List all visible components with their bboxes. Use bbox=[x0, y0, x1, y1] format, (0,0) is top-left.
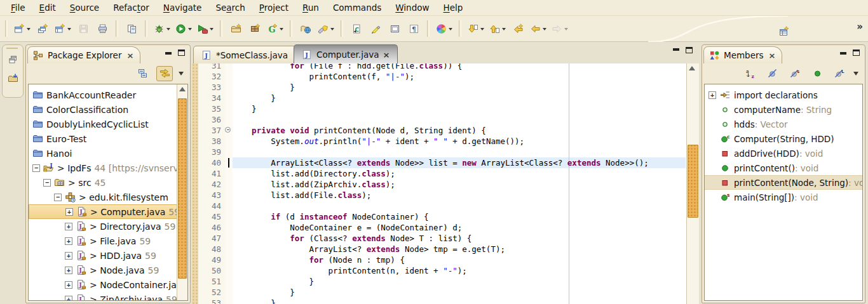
minimize-icon[interactable] bbox=[840, 52, 846, 55]
tree-item-file-java[interactable]: +J> File.java59 bbox=[29, 234, 177, 248]
dropdown-chevron-icon[interactable] bbox=[502, 28, 506, 32]
dropdown-chevron-icon[interactable] bbox=[330, 28, 334, 32]
quickdiff-ruler[interactable] bbox=[192, 63, 198, 304]
toolbar-button-back[interactable] bbox=[528, 20, 548, 37]
close-tab-icon[interactable]: × bbox=[383, 50, 390, 60]
tree-item-nodecontainer-java[interactable]: +J> NodeContainer.java59 bbox=[29, 277, 177, 292]
editor-tab-computer-java[interactable]: JComputer.java× bbox=[294, 44, 398, 64]
tree-item-computer-java[interactable]: +J> Computer.java59 bbox=[29, 204, 177, 219]
tree-item-edu-kit-filesystem[interactable]: −> edu.kit.filesystem bbox=[29, 190, 177, 204]
toolbar-button-new-folder-wizard[interactable] bbox=[227, 20, 245, 37]
toolbar-button-run-external[interactable] bbox=[195, 20, 215, 37]
code-line-44[interactable]: 44 bbox=[192, 201, 687, 211]
scroll-up-icon[interactable] bbox=[179, 87, 186, 91]
code-line-48[interactable]: 48 ArrayList<? extends Node> tmp = e.get… bbox=[192, 244, 687, 254]
tree-item-euro-test[interactable]: Euro-Test bbox=[29, 131, 177, 146]
dropdown-chevron-icon[interactable] bbox=[188, 28, 192, 32]
code-line-49[interactable]: 49 for (Node n : tmp) { bbox=[192, 254, 687, 265]
menu-navigate[interactable]: Navigate bbox=[156, 1, 209, 15]
toolbar-button-search[interactable] bbox=[316, 20, 336, 37]
dropdown-chevron-icon[interactable] bbox=[280, 28, 283, 32]
expand-toggle-icon[interactable]: + bbox=[65, 208, 73, 216]
code-line-32[interactable]: 32 printContent(f, "|-"); bbox=[192, 71, 687, 82]
fastbar-handle[interactable] bbox=[6, 48, 18, 49]
code-line-47[interactable]: 47 for (Class<? extends Node> T : list) … bbox=[192, 233, 687, 244]
view-toolbar-button-link-editor[interactable] bbox=[156, 66, 173, 81]
menu-window[interactable]: Window bbox=[388, 1, 436, 15]
code-line-38[interactable]: 38 System.out.println("|-" + ident + " "… bbox=[192, 136, 687, 147]
toolbar-button-color-palette[interactable] bbox=[434, 20, 454, 37]
fastview-button-restore-views[interactable] bbox=[6, 53, 19, 65]
editor-tab--someclass-java[interactable]: J*SomeClass.java bbox=[193, 46, 296, 64]
maximize-icon[interactable] bbox=[686, 47, 693, 53]
package-explorer-scrollbar[interactable] bbox=[177, 84, 187, 300]
toolbar-button-mark-occurrences[interactable] bbox=[367, 20, 384, 37]
toolbar-button-show-selected-element[interactable] bbox=[386, 20, 403, 37]
code-line-42[interactable]: 42 list.add(ZipArchiv.class); bbox=[192, 179, 687, 190]
expand-toggle-icon[interactable]: + bbox=[65, 237, 72, 245]
scrollbar-thumb[interactable] bbox=[688, 145, 698, 218]
code-line-34[interactable]: 34 } bbox=[192, 93, 687, 103]
code-line-43[interactable]: 43 list.add(File.class); bbox=[192, 190, 687, 201]
code-line-46[interactable]: 46 NodeContainer e = (NodeContainer) d; bbox=[192, 222, 687, 233]
fold-collapse-icon[interactable] bbox=[225, 127, 231, 133]
toolbar-button-debug[interactable] bbox=[152, 20, 172, 37]
minimize-icon[interactable] bbox=[165, 52, 172, 55]
tree-item-colorclassification[interactable]: ColorClassification bbox=[29, 102, 177, 117]
code-line-37[interactable]: 37 private void printContent(Node d, Str… bbox=[192, 125, 687, 136]
scroll-up-icon[interactable] bbox=[689, 66, 695, 70]
menu-search[interactable]: Search bbox=[208, 1, 252, 15]
close-view-icon[interactable]: × bbox=[768, 51, 776, 60]
menu-refactor[interactable]: Refactor bbox=[106, 1, 156, 15]
dropdown-chevron-icon[interactable] bbox=[27, 28, 31, 32]
code-line-36[interactable]: 36 bbox=[192, 114, 687, 125]
expand-toggle-icon[interactable]: + bbox=[65, 296, 72, 301]
expand-toggle-icon[interactable]: + bbox=[65, 223, 72, 230]
toolbar-overflow-chevron[interactable]: » bbox=[857, 21, 863, 32]
member-item-hdds[interactable]: hdds : Vector bbox=[705, 117, 862, 131]
menu-source[interactable]: Source bbox=[63, 1, 106, 15]
tree-item-hanoi[interactable]: Hanoi bbox=[29, 146, 177, 161]
dropdown-chevron-icon[interactable] bbox=[564, 28, 568, 32]
scrollbar-thumb[interactable] bbox=[178, 98, 187, 279]
dropdown-chevron-icon[interactable] bbox=[480, 28, 484, 32]
member-item-adddrive-hdd-[interactable]: addDrive(HDD) : void bbox=[705, 146, 862, 161]
toolbar-button-new-file-wizard[interactable] bbox=[34, 20, 51, 37]
collapse-toggle-icon[interactable]: − bbox=[32, 164, 40, 172]
tree-item-ipdfs[interactable]: −J> IpdFs44 [https://svnserver.i bbox=[29, 161, 177, 175]
maximize-icon[interactable] bbox=[178, 50, 185, 56]
collapse-toggle-icon[interactable]: − bbox=[43, 179, 51, 187]
expand-toggle-icon[interactable]: + bbox=[709, 91, 716, 99]
tree-item-hdd-java[interactable]: +J> HDD.java59 bbox=[29, 248, 177, 263]
tree-item-directory-java[interactable]: +J> Directory.java59 bbox=[29, 219, 177, 234]
view-tab-members[interactable]: Members × bbox=[703, 46, 782, 63]
toolbar-button-show-whitespace[interactable]: ¶ bbox=[405, 20, 423, 37]
code-line-52[interactable]: 52 } bbox=[192, 287, 687, 298]
tree-item-src[interactable]: −> src45 bbox=[29, 175, 177, 190]
toolbar-button-last-edit-location[interactable] bbox=[509, 20, 527, 37]
dropdown-chevron-icon[interactable] bbox=[210, 28, 214, 32]
code-editor[interactable]: 31 for (File f : hdd.get(File.class)) {3… bbox=[192, 63, 699, 304]
tree-item-ziparchiv-java[interactable]: +J> ZipArchiv.java59 bbox=[29, 292, 177, 301]
toolbar-button-open-type[interactable] bbox=[297, 20, 315, 37]
view-toolbar-button-sort[interactable]: az bbox=[742, 66, 759, 81]
maximize-icon[interactable] bbox=[853, 50, 860, 56]
close-view-icon[interactable]: × bbox=[125, 51, 133, 60]
toolbar-button-new-class-wizard[interactable]: G bbox=[265, 20, 285, 37]
menu-commands[interactable]: Commands bbox=[326, 1, 388, 15]
code-line-31[interactable]: 31 for (File f : hdd.get(File.class)) { bbox=[192, 63, 687, 71]
member-item-printcontent-node-string-[interactable]: printContent(Node, String) : void bbox=[705, 175, 862, 190]
toolbar-button-next-annotation[interactable] bbox=[466, 20, 486, 37]
minimize-icon[interactable] bbox=[673, 48, 679, 51]
fastview-button-import-view[interactable] bbox=[6, 72, 19, 84]
view-toolbar-button-hide-local[interactable]: L bbox=[831, 66, 848, 81]
view-toolbar-button-collapse-all[interactable] bbox=[134, 66, 151, 81]
code-line-53[interactable]: 53 } bbox=[192, 298, 687, 304]
code-line-45[interactable]: 45 if (d instanceof NodeContainer) { bbox=[192, 211, 687, 222]
view-tab-package-explorer[interactable]: Package Explorer × bbox=[27, 46, 140, 63]
view-menu-icon[interactable] bbox=[853, 72, 858, 78]
member-item-computer-string-hdd-[interactable]: cComputer(String, HDD) bbox=[705, 131, 862, 146]
tree-item-node-java[interactable]: +J> Node.java59 bbox=[29, 263, 177, 277]
tree-item-bankaccountreader[interactable]: BankAccountReader bbox=[29, 88, 177, 102]
code-line-41[interactable]: 41 list.add(Directory.class); bbox=[192, 168, 687, 179]
